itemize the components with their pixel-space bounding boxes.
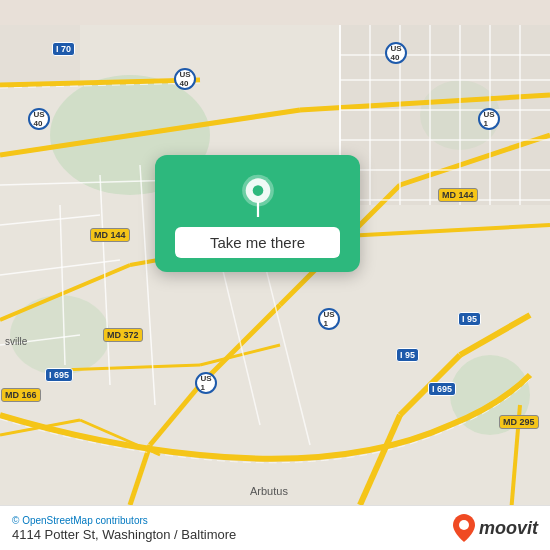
badge-md166: MD 166 — [1, 388, 41, 402]
svg-rect-5 — [340, 25, 550, 205]
svg-text:sville: sville — [5, 336, 28, 347]
badge-md295: MD 295 — [499, 415, 539, 429]
badge-md144-e: MD 144 — [438, 188, 478, 202]
badge-md144-w: MD 144 — [90, 228, 130, 242]
badge-us40-w: US40 — [28, 108, 50, 130]
map-pin-icon — [236, 173, 280, 217]
badge-i695-w: I 695 — [45, 368, 73, 382]
badge-us1-mid: US1 — [318, 308, 340, 330]
svg-point-4 — [10, 295, 110, 375]
address-text: 4114 Potter St, Washington / Baltimore — [12, 527, 236, 542]
badge-md372: MD 372 — [103, 328, 143, 342]
osm-credit: © OpenStreetMap contributors — [12, 515, 236, 526]
badge-i95-s: I 95 — [396, 348, 419, 362]
location-card: Take me there — [155, 155, 360, 272]
badge-us40-mid: US40 — [174, 68, 196, 90]
moovit-wordmark: moovit — [479, 518, 538, 539]
badge-i70: I 70 — [52, 42, 75, 56]
badge-us1-sw: US1 — [195, 372, 217, 394]
bottom-left: © OpenStreetMap contributors 4114 Potter… — [12, 515, 236, 542]
svg-point-54 — [252, 185, 263, 196]
badge-i695-e: I 695 — [428, 382, 456, 396]
badge-i95-n: I 95 — [458, 312, 481, 326]
map-container: Arbutus sville I 70 US40 US40 US40 US1 M… — [0, 0, 550, 550]
svg-point-55 — [459, 520, 469, 530]
bottom-bar: © OpenStreetMap contributors 4114 Potter… — [0, 505, 550, 550]
moovit-pin-icon — [453, 514, 475, 542]
badge-us40-e: US40 — [385, 42, 407, 64]
take-me-there-button[interactable]: Take me there — [175, 227, 340, 258]
svg-text:Arbutus: Arbutus — [250, 485, 288, 497]
moovit-logo: moovit — [453, 514, 538, 542]
map-roads: Arbutus sville — [0, 0, 550, 550]
badge-us1-n: US1 — [478, 108, 500, 130]
